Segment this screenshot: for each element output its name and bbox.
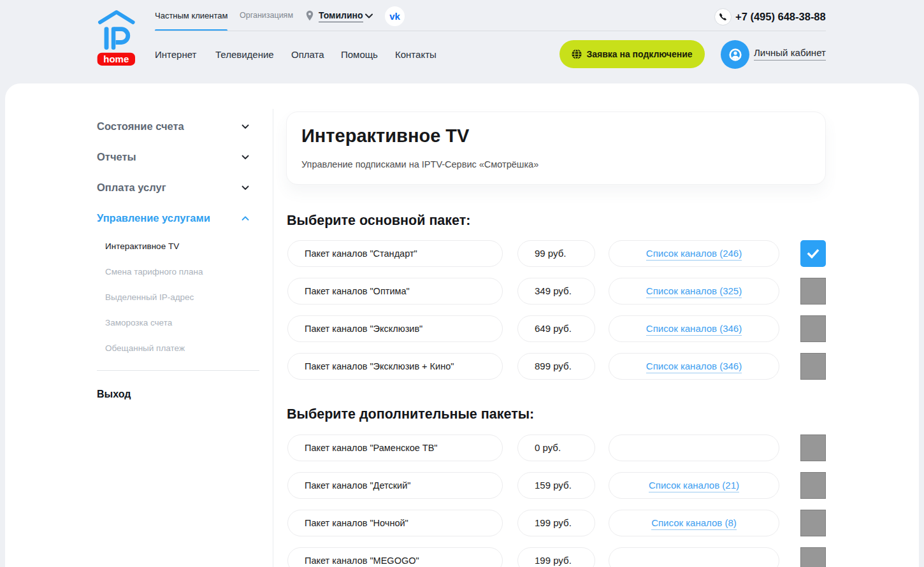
svg-text:vk: vk xyxy=(389,11,400,22)
svg-text:home: home xyxy=(103,54,129,64)
